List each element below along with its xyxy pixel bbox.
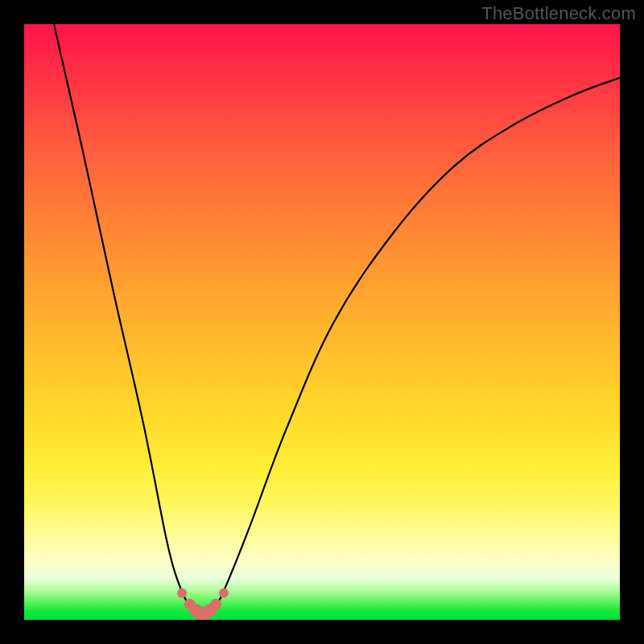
watermark-text: TheBottleneck.com bbox=[481, 3, 636, 24]
valley-marker bbox=[189, 604, 202, 617]
markers-group bbox=[177, 588, 229, 620]
bottleneck-curve bbox=[24, 24, 620, 620]
valley-marker bbox=[210, 599, 221, 610]
curve-path bbox=[54, 24, 620, 614]
valley-marker bbox=[204, 604, 217, 617]
valley-marker bbox=[196, 607, 210, 620]
valley-marker bbox=[219, 588, 229, 598]
valley-marker bbox=[198, 606, 212, 620]
valley-marker bbox=[194, 606, 208, 620]
valley-markers bbox=[24, 24, 620, 620]
chart-container: TheBottleneck.com bbox=[0, 0, 644, 644]
plot-area bbox=[24, 24, 620, 620]
valley-marker bbox=[184, 599, 196, 610]
valley-marker bbox=[177, 588, 187, 598]
